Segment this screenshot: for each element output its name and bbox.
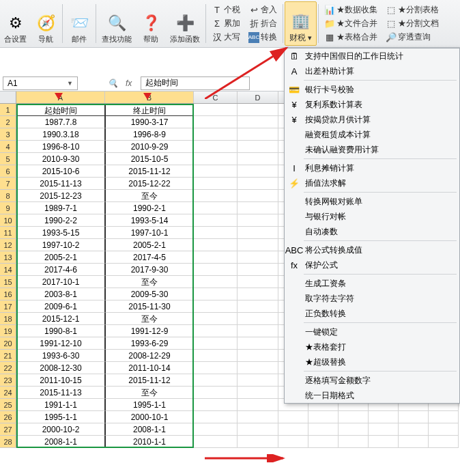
cell[interactable] bbox=[238, 214, 278, 227]
cell[interactable] bbox=[194, 251, 238, 264]
search-fx-icon[interactable]: 🔍 bbox=[108, 79, 120, 88]
row-header[interactable]: 1 bbox=[0, 104, 16, 116]
cell[interactable]: 2003-8-1 bbox=[16, 288, 105, 300]
cell[interactable]: 1990-3-17 bbox=[105, 116, 194, 128]
cell[interactable]: 1990-8-1 bbox=[16, 325, 105, 337]
cell[interactable] bbox=[194, 178, 238, 190]
row-header[interactable]: 3 bbox=[0, 128, 16, 141]
cell[interactable] bbox=[194, 411, 238, 423]
mini-drillquery[interactable]: 🔎穿透查询 bbox=[384, 31, 440, 44]
cell[interactable]: 2010-9-30 bbox=[16, 153, 105, 165]
mini-filemerge[interactable]: 📁★文件合并 bbox=[323, 17, 379, 31]
cell[interactable] bbox=[194, 165, 238, 178]
cell[interactable] bbox=[429, 436, 459, 448]
cell[interactable] bbox=[194, 276, 238, 288]
cell[interactable] bbox=[238, 141, 278, 153]
cell[interactable] bbox=[194, 264, 238, 276]
cell[interactable]: 1990.3.18 bbox=[16, 128, 105, 141]
cell[interactable] bbox=[369, 436, 399, 448]
menu-item[interactable]: 正负数转换 bbox=[285, 306, 459, 321]
menu-item[interactable]: ⚡插值法求解 bbox=[285, 176, 459, 191]
cell[interactable] bbox=[238, 128, 278, 141]
cell[interactable] bbox=[399, 423, 429, 436]
menu-item[interactable]: 一键锁定 bbox=[285, 324, 459, 339]
row-header[interactable]: 14 bbox=[0, 264, 16, 276]
menu-item[interactable]: 融资租赁成本计算 bbox=[285, 127, 459, 142]
name-box[interactable]: A1▼ bbox=[3, 76, 78, 90]
cell[interactable] bbox=[194, 141, 238, 153]
row-header[interactable]: 12 bbox=[0, 239, 16, 251]
cell[interactable]: 2008-1-1 bbox=[105, 423, 194, 436]
mini-round[interactable]: ↩舍入 bbox=[247, 3, 278, 17]
cell[interactable] bbox=[194, 116, 238, 128]
row-header[interactable]: 5 bbox=[0, 153, 16, 165]
cell[interactable]: 2011-10-14 bbox=[105, 362, 194, 374]
cell[interactable]: 1990-2-1 bbox=[105, 202, 194, 214]
cell[interactable] bbox=[194, 128, 238, 141]
cell[interactable]: 至今 bbox=[105, 276, 194, 288]
cell[interactable]: 1995-1-1 bbox=[16, 411, 105, 423]
row-header[interactable]: 17 bbox=[0, 300, 16, 313]
menu-item[interactable]: 生成工资条 bbox=[285, 276, 459, 291]
cell[interactable]: 1996-8-10 bbox=[16, 141, 105, 153]
mini-tablemerge[interactable]: ▦★表格合并 bbox=[323, 31, 379, 44]
cell[interactable]: 1995-1-1 bbox=[105, 399, 194, 411]
cell[interactable] bbox=[238, 239, 278, 251]
cell[interactable]: 2009-6-1 bbox=[16, 300, 105, 313]
cell[interactable] bbox=[238, 423, 278, 436]
cell[interactable]: 2010-1-1 bbox=[105, 436, 194, 448]
cell[interactable] bbox=[238, 399, 278, 411]
cell[interactable] bbox=[238, 374, 278, 387]
row-header[interactable]: 6 bbox=[0, 165, 16, 178]
cell[interactable] bbox=[194, 300, 238, 313]
cell[interactable] bbox=[238, 350, 278, 362]
cell[interactable] bbox=[238, 264, 278, 276]
cell[interactable] bbox=[369, 423, 399, 436]
row-header[interactable]: 20 bbox=[0, 337, 16, 350]
cell[interactable]: 2008-1-1 bbox=[16, 436, 105, 448]
cell[interactable] bbox=[238, 313, 278, 325]
cell[interactable] bbox=[194, 239, 238, 251]
cell[interactable] bbox=[308, 411, 339, 423]
cell[interactable]: 1993-5-14 bbox=[105, 214, 194, 227]
cell[interactable] bbox=[194, 325, 238, 337]
cell[interactable] bbox=[194, 350, 238, 362]
cell[interactable]: 1989-7-1 bbox=[16, 202, 105, 214]
row-header[interactable]: 25 bbox=[0, 399, 16, 411]
fx-icon[interactable]: fx bbox=[126, 79, 138, 88]
menu-item[interactable]: 转换网银对账单 bbox=[285, 194, 459, 209]
cell[interactable] bbox=[308, 423, 339, 436]
row-header[interactable]: 10 bbox=[0, 214, 16, 227]
cell[interactable]: 终止时间 bbox=[105, 104, 194, 116]
mini-datacollect[interactable]: 📊★数据收集 bbox=[323, 3, 379, 17]
cell[interactable]: 2015-12-22 bbox=[105, 178, 194, 190]
cell[interactable]: 2008-12-29 bbox=[105, 350, 194, 362]
cell[interactable]: 2010-9-29 bbox=[105, 141, 194, 153]
cell[interactable] bbox=[238, 288, 278, 300]
cell[interactable]: 起始时间 bbox=[16, 104, 105, 116]
cell[interactable] bbox=[238, 325, 278, 337]
cell[interactable] bbox=[238, 387, 278, 399]
cell[interactable] bbox=[194, 362, 238, 374]
cell[interactable]: 1987.7.8 bbox=[16, 116, 105, 128]
cell[interactable] bbox=[194, 202, 238, 214]
cell[interactable] bbox=[399, 436, 429, 448]
cell[interactable]: 2017-10-1 bbox=[16, 276, 105, 288]
cell[interactable]: 2000-10-2 bbox=[16, 423, 105, 436]
cell[interactable]: 2005-2-1 bbox=[105, 239, 194, 251]
cell[interactable]: 2015-11-13 bbox=[16, 178, 105, 190]
ribbon-finance-tax[interactable]: 🏢财税 ▾ bbox=[285, 1, 317, 46]
cell[interactable] bbox=[194, 190, 238, 202]
cell[interactable] bbox=[339, 436, 369, 448]
row-header[interactable]: 11 bbox=[0, 227, 16, 239]
cell[interactable]: 2015-11-12 bbox=[105, 374, 194, 387]
cell[interactable]: 2015-12-1 bbox=[16, 313, 105, 325]
cell[interactable]: 至今 bbox=[105, 190, 194, 202]
cell[interactable]: 1991-12-9 bbox=[105, 325, 194, 337]
ribbon-help[interactable]: ❓帮助 bbox=[136, 1, 166, 46]
menu-item[interactable]: 取字符去字符 bbox=[285, 291, 459, 306]
cell[interactable] bbox=[194, 374, 238, 387]
row-header[interactable]: 23 bbox=[0, 374, 16, 387]
cell[interactable] bbox=[238, 227, 278, 239]
mini-tax[interactable]: T个税 bbox=[210, 3, 242, 17]
